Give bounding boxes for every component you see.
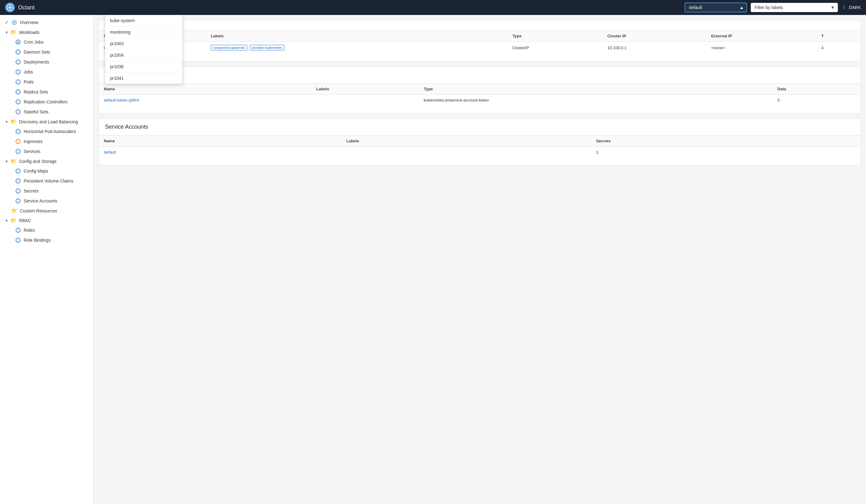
secret-name[interactable]: default-token-q58r4: [99, 95, 311, 106]
sidebar-section-workloads[interactable]: ▼ 📁 Workloads: [0, 27, 93, 37]
pods-icon: [15, 79, 21, 85]
overview-icon: [11, 19, 18, 25]
folder-icon: 📁: [10, 29, 16, 35]
sidebar-section-config[interactable]: ▼ 📁 Config and Storage: [0, 156, 93, 166]
secret-data: 3: [773, 95, 861, 106]
daemon-sets-label: Daemon Sets: [24, 49, 50, 55]
sidebar-item-jobs[interactable]: Jobs: [0, 67, 93, 77]
deployments-label: Deployments: [24, 59, 49, 65]
sidebar-section-discovery[interactable]: ▼ 📁 Discovery and Load Balancing: [0, 117, 93, 126]
secret-labels: [311, 95, 419, 106]
service-accounts-label: Service Accounts: [24, 198, 57, 203]
cron-jobs-label: Cron Jobs: [24, 39, 44, 45]
dropdown-item-pr1041[interactable]: pr1041: [105, 72, 182, 84]
svg-point-11: [16, 80, 20, 84]
svg-point-10: [16, 70, 20, 74]
secrets-icon: [15, 188, 21, 194]
col-data: Data: [773, 83, 861, 95]
sidebar-item-ingresses[interactable]: Ingresses: [0, 136, 93, 146]
col-cluster-ip: Cluster IP: [602, 31, 706, 42]
sidebar-item-services[interactable]: Services: [0, 146, 93, 156]
dark-mode-toggle[interactable]: ☾ DARK: [843, 5, 861, 10]
sidebar-item-pvc[interactable]: Persistent Volume Claims: [0, 176, 93, 186]
filter-labels-select[interactable]: Filter by labels: [751, 3, 838, 12]
secrets-label: Secrets: [24, 188, 38, 193]
sa-link: default: [104, 150, 116, 154]
col-name: Name: [99, 136, 341, 147]
service-t: 4: [817, 42, 861, 54]
replication-controllers-icon: [15, 99, 21, 105]
svg-point-22: [16, 228, 20, 232]
pvc-icon: [15, 178, 21, 184]
svg-point-9: [16, 60, 20, 64]
topbar: Octant default kube-system monitoring pr…: [0, 0, 866, 15]
col-type: Type: [419, 83, 772, 95]
service-accounts-title: Service Accounts: [99, 119, 861, 136]
sidebar-item-overview[interactable]: ✓ Overview: [0, 18, 93, 27]
sidebar-item-replica-sets[interactable]: Replica Sets: [0, 87, 93, 97]
sidebar-item-cron-jobs[interactable]: ⚙ Cron Jobs: [0, 37, 93, 47]
dropdown-item-pr1036[interactable]: pr1036: [105, 61, 182, 72]
namespace-select[interactable]: default kube-system monitoring pr1003 pr…: [685, 2, 747, 12]
dropdown-item-kube-system[interactable]: kube-system: [105, 15, 182, 26]
cron-jobs-icon: ⚙: [15, 39, 21, 45]
namespace-dropdown-wrapper[interactable]: default kube-system monitoring pr1003 pr…: [685, 2, 747, 12]
moon-icon: ☾: [843, 5, 847, 10]
stateful-sets-label: Stateful Sets: [24, 109, 48, 114]
svg-point-20: [16, 189, 20, 193]
svg-point-5: [13, 22, 15, 23]
sa-name[interactable]: default: [99, 147, 341, 158]
chevron-down-icon2: ▼: [5, 120, 8, 124]
secrets-section: Secrets Name Labels Type Data default-to…: [99, 66, 861, 113]
col-secrets: Secrets: [591, 136, 861, 147]
table-row: default 1: [99, 147, 861, 158]
folder-icon4: 📁: [11, 208, 18, 214]
pods-label: Pods: [24, 79, 34, 84]
sa-secrets: 1: [591, 147, 861, 158]
col-labels: Labels: [311, 83, 419, 95]
sidebar-item-roles[interactable]: Roles: [0, 225, 93, 235]
main-content: Name Labels Type Cluster IP External IP …: [93, 15, 866, 504]
services-section-title: [99, 20, 861, 31]
config-maps-icon: [15, 168, 21, 174]
sidebar-section-rbac[interactable]: ▼ 📁 RBAC: [0, 216, 93, 225]
sidebar-item-label: Overview: [20, 20, 38, 25]
service-cluster-ip: 10.100.0.1: [602, 42, 706, 54]
secrets-table: Name Labels Type Data default-token-q58r…: [99, 83, 861, 106]
sidebar-item-pods[interactable]: Pods: [0, 77, 93, 87]
filter-labels-wrapper[interactable]: Filter by labels ▼: [751, 3, 838, 12]
chevron-down-icon: ▼: [5, 31, 8, 34]
app-title: Octant: [18, 4, 35, 11]
hpa-label: Horizontal Pod Autoscalers: [24, 129, 76, 134]
table-row: default-token-q58r4 kubernetes.io/servic…: [99, 95, 861, 106]
dropdown-item-pr1004[interactable]: pr1004: [105, 49, 182, 61]
replica-sets-icon: [15, 89, 21, 95]
replica-sets-label: Replica Sets: [24, 89, 48, 94]
sidebar-item-config-maps[interactable]: Config Maps: [0, 166, 93, 176]
sidebar-item-stateful-sets[interactable]: Stateful Sets: [0, 107, 93, 117]
sidebar-section-custom-resources[interactable]: 📁 Custom Resources: [0, 206, 93, 216]
sidebar-item-role-bindings[interactable]: Role Bindings: [0, 235, 93, 245]
sidebar-item-service-accounts[interactable]: Service Accounts: [0, 196, 93, 206]
discovery-label: Discovery and Load Balancing: [19, 119, 78, 124]
sidebar-item-hpa[interactable]: Horizontal Pod Autoscalers: [0, 126, 93, 136]
service-type: ClusterIP: [508, 42, 602, 54]
folder-icon5: 📁: [10, 217, 16, 224]
dropdown-item-pr1003[interactable]: pr1003: [105, 38, 182, 49]
svg-point-8: [16, 50, 20, 54]
workloads-label: Workloads: [19, 30, 40, 35]
sidebar-item-secrets[interactable]: Secrets: [0, 186, 93, 196]
custom-resources-label: Custom Resources: [20, 208, 57, 213]
service-accounts-section: Service Accounts Name Labels Secrets def…: [99, 118, 861, 165]
svg-point-16: [16, 139, 20, 144]
sidebar-item-replication-controllers[interactable]: Replication Controllers: [0, 97, 93, 107]
sidebar-item-deployments[interactable]: Deployments: [0, 57, 93, 67]
sidebar-item-daemon-sets[interactable]: Daemon Sets: [0, 47, 93, 57]
jobs-icon: [15, 69, 21, 75]
label-tag2: provider:kubernetes: [250, 45, 284, 50]
folder-icon3: 📁: [10, 158, 16, 164]
label-tag: component:apiserver: [211, 45, 247, 50]
ingresses-icon: [15, 138, 21, 145]
svg-point-19: [16, 179, 20, 183]
dropdown-item-monitoring[interactable]: monitoring: [105, 26, 182, 38]
